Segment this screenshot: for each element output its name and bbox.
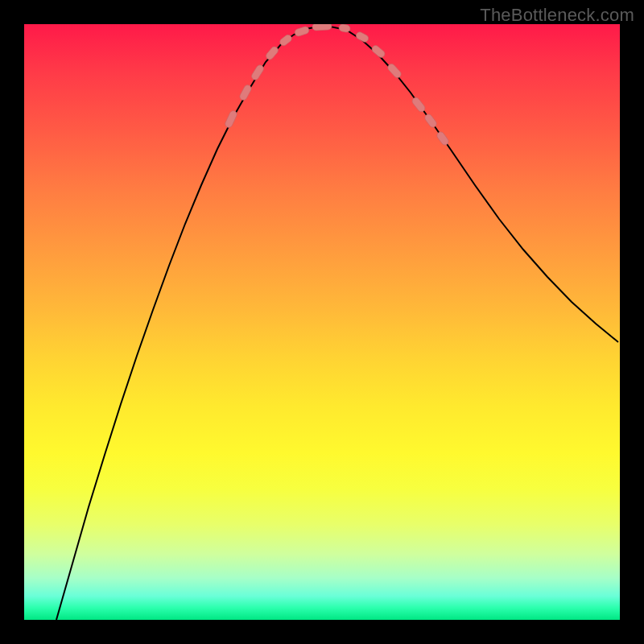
- svg-rect-2: [250, 64, 265, 81]
- bottleneck-chart: [24, 24, 620, 620]
- curve-marker: [355, 31, 369, 43]
- curve-marker: [224, 109, 237, 129]
- curve-marker: [238, 84, 252, 101]
- curve-marker: [423, 113, 438, 129]
- svg-rect-9: [370, 44, 386, 59]
- svg-rect-1: [238, 84, 252, 101]
- curve-marker: [370, 44, 386, 59]
- curve-marker: [338, 24, 351, 33]
- svg-rect-8: [355, 31, 369, 43]
- svg-rect-0: [224, 109, 237, 129]
- curve-marker: [312, 24, 332, 31]
- svg-rect-11: [411, 96, 426, 113]
- curve-marker: [411, 96, 426, 113]
- svg-rect-12: [423, 113, 438, 129]
- chart-frame: TheBottleneck.com: [0, 0, 644, 644]
- curve-marker: [250, 64, 265, 81]
- svg-rect-7: [338, 24, 351, 33]
- svg-rect-10: [386, 63, 402, 80]
- plot-area: [24, 24, 620, 620]
- curve-marker: [294, 26, 310, 37]
- curve-line: [56, 27, 618, 620]
- svg-rect-6: [312, 24, 332, 31]
- curve-marker: [386, 63, 402, 80]
- svg-rect-5: [294, 26, 310, 37]
- watermark-text: TheBottleneck.com: [480, 5, 634, 26]
